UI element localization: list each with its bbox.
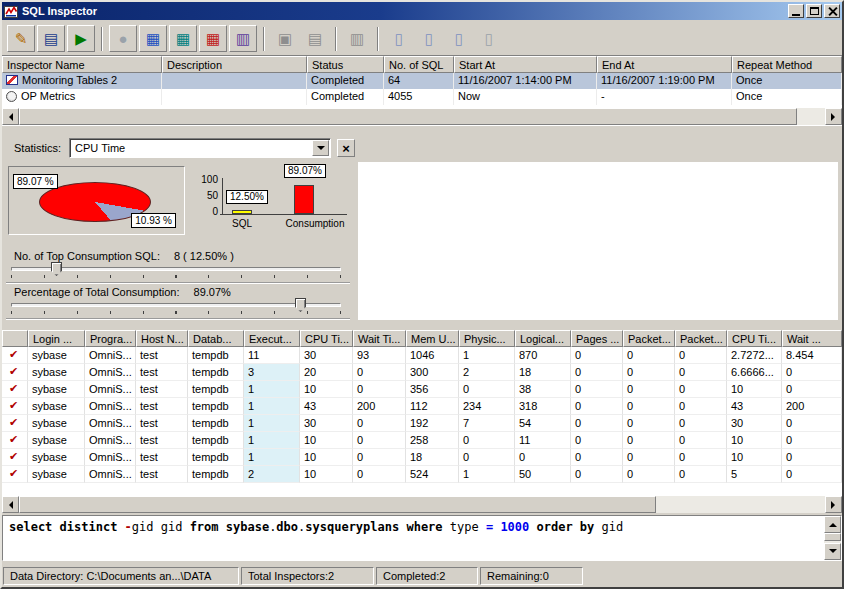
slider-track[interactable] (11, 303, 341, 307)
run-inspector-button[interactable]: ▶ (67, 25, 95, 52)
scroll-down-button[interactable] (824, 543, 841, 560)
column-header-login[interactable]: Login ... (28, 330, 85, 347)
cell: 18 (406, 449, 459, 466)
scroll-thumb[interactable] (19, 496, 656, 513)
column-header-checked[interactable] (2, 330, 28, 347)
minimize-icon (792, 14, 800, 16)
close-statistics-button[interactable]: × (337, 139, 355, 157)
cell: 1 (459, 347, 515, 364)
cell: 30 (300, 415, 353, 432)
column-header-status[interactable]: Status (307, 56, 384, 73)
column-header-wait-ti[interactable]: Wait Ti... (353, 330, 406, 347)
consumption-slider[interactable] (6, 298, 346, 314)
table-row[interactable]: ✔sybaseOmniS...testtempdb130019275400030… (2, 415, 842, 432)
column-header-no-of-sql[interactable]: No. of SQL (384, 56, 454, 73)
cell: test (136, 432, 188, 449)
inspector-hscrollbar[interactable] (2, 108, 842, 125)
inspector-row[interactable]: Monitoring Tables 2Completed6411/16/2007… (2, 73, 842, 89)
check-icon[interactable]: ✔ (2, 432, 28, 449)
check-icon[interactable]: ✔ (2, 347, 28, 364)
column-header-pages[interactable]: Pages ... (571, 330, 623, 347)
add-sql-button[interactable]: ▦ (139, 25, 167, 52)
slider-thumb[interactable] (51, 262, 62, 276)
column-header-inspector-name[interactable]: Inspector Name (2, 56, 162, 73)
sql-chart-button[interactable]: ▦ (199, 25, 227, 52)
open-inspector-button[interactable]: ▤ (37, 25, 65, 52)
toolbar-separator (335, 27, 337, 51)
column-header-start-at[interactable]: Start At (454, 56, 597, 73)
column-header-execut[interactable]: Execut... (244, 330, 300, 347)
column-header-description[interactable]: Description (162, 56, 307, 73)
column-header-end-at[interactable]: End At (597, 56, 732, 73)
scroll-track[interactable] (19, 108, 825, 125)
combobox-dropdown-button[interactable] (312, 140, 329, 156)
scroll-left-button[interactable] (2, 108, 19, 125)
table-row[interactable]: ✔sybaseOmniS...testtempdb110035603800010… (2, 381, 842, 398)
maximize-button[interactable] (806, 4, 822, 18)
table-row[interactable]: ✔sybaseOmniS...testtempdb110025801100010… (2, 432, 842, 449)
scroll-thumb[interactable] (824, 533, 841, 541)
slider-thumb[interactable] (295, 298, 306, 312)
column-header-cpu-ti[interactable]: CPU Ti... (300, 330, 353, 347)
statistics-combobox[interactable]: CPU Time (69, 138, 331, 158)
scroll-up-button[interactable] (824, 516, 841, 533)
sql-report-button[interactable]: ▥ (229, 25, 257, 52)
grid-icon: ▦ (176, 31, 190, 46)
scroll-track[interactable] (824, 533, 841, 543)
column-header-logical[interactable]: Logical... (515, 330, 571, 347)
check-icon[interactable]: ✔ (2, 381, 28, 398)
sql-grid-button[interactable]: ▦ (169, 25, 197, 52)
scroll-right-button[interactable] (825, 108, 842, 125)
cell: test (136, 364, 188, 381)
table-row[interactable]: ✔sybaseOmniS...testtempdb113093104618700… (2, 347, 842, 364)
cell: 234 (459, 398, 515, 415)
check-icon[interactable]: ✔ (2, 398, 28, 415)
column-header-mem-u[interactable]: Mem U... (406, 330, 459, 347)
scroll-left-button[interactable] (2, 496, 19, 513)
sql-grid-hscrollbar[interactable] (2, 496, 842, 513)
check-icon[interactable]: ✔ (2, 415, 28, 432)
cell: sybase (28, 449, 85, 466)
table-row[interactable]: ✔sybaseOmniS...testtempdb11001800000100 (2, 449, 842, 466)
cell: tempdb (188, 347, 244, 364)
column-header-repeat-method[interactable]: Repeat Method (732, 56, 842, 73)
column-header-wait[interactable]: Wait ... (782, 330, 842, 347)
right-arrow-icon (831, 113, 839, 121)
minimize-button[interactable] (788, 4, 804, 18)
top-sql-slider[interactable] (6, 262, 346, 278)
scroll-track[interactable] (19, 496, 825, 513)
check-icon[interactable]: ✔ (2, 449, 28, 466)
cell: 1 (244, 415, 300, 432)
close-icon (828, 7, 837, 16)
copy-page-icon: ▯ (455, 31, 463, 46)
column-header-cpu-ti[interactable]: CPU Ti... (727, 330, 782, 347)
save-button: ▣ (271, 25, 299, 52)
cell: sybase (28, 347, 85, 364)
column-header-progra[interactable]: Progra... (85, 330, 136, 347)
scroll-thumb[interactable] (19, 108, 797, 125)
table-row[interactable]: ✔sybaseOmniS...testtempdb32003002180006.… (2, 364, 842, 381)
check-icon[interactable]: ✔ (2, 466, 28, 483)
sql-token: gid (602, 520, 624, 534)
scroll-right-button[interactable] (825, 496, 842, 513)
column-header-packet[interactable]: Packet... (675, 330, 727, 347)
close-button[interactable] (824, 4, 840, 18)
column-header-datab[interactable]: Datab... (188, 330, 244, 347)
table-row[interactable]: ✔sybaseOmniS...testtempdb143200112234318… (2, 398, 842, 415)
column-header-host-n[interactable]: Host N... (136, 330, 188, 347)
abort-button[interactable]: ● (109, 25, 137, 52)
cell: 524 (406, 466, 459, 483)
cell: test (136, 415, 188, 432)
sql-vscrollbar[interactable] (824, 516, 841, 560)
column-header-packet[interactable]: Packet... (623, 330, 675, 347)
inspector-name-cell: OP Metrics (2, 89, 162, 105)
column-header-physic[interactable]: Physic... (459, 330, 515, 347)
table-row[interactable]: ✔sybaseOmniS...testtempdb210052415000050 (2, 466, 842, 483)
cell: 200 (782, 398, 842, 415)
cell: 5 (727, 466, 782, 483)
check-icon[interactable]: ✔ (2, 364, 28, 381)
inspector-row[interactable]: OP MetricsCompleted4055Now-Once (2, 89, 842, 105)
sql-editor[interactable]: select distinct -gid gid from sybase.dbo… (3, 516, 824, 560)
title-bar[interactable]: SQL Inspector (2, 2, 842, 20)
new-inspector-button[interactable]: ✎ (7, 25, 35, 52)
